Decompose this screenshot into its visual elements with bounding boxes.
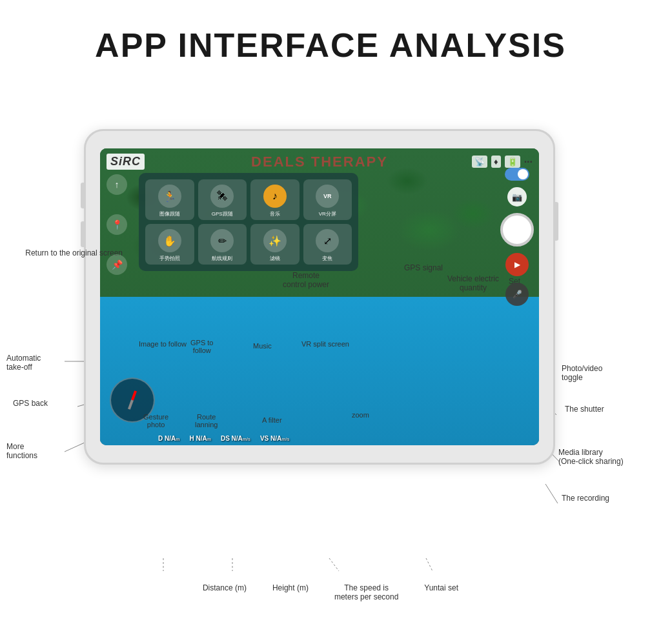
popup-menu: 🏃 图像跟随 🛰 GPS跟随 ♪ 音乐 VR [139,173,358,271]
music-label: 音乐 [270,210,280,217]
photo-video-toggle[interactable] [505,168,529,181]
music-icon: ♪ [263,185,287,208]
left-controls: ↑ 📍 📌 [107,174,127,275]
vr-btn[interactable]: VR VR分屏 [303,179,352,220]
main-content: SiRC DEALS THERAPY 📡 ♦ 🔋 ··· ↑ 📍 📌 [0,84,661,613]
filter-btn[interactable]: ✨ 滤镜 [250,224,300,265]
tablet-topbar: SiRC DEALS THERAPY 📡 ♦ 🔋 ··· [107,154,533,170]
annotation-yuntai: Yuntai set [424,583,458,601]
gesture-photo-btn[interactable]: ✋ 手势拍照 [145,224,194,265]
camera-switch-btn[interactable]: 📷 [507,187,527,206]
annotation-height: Height (m) [272,583,309,601]
zoom-icon: ⤢ [316,229,339,252]
filter-label: 滤镜 [270,255,280,262]
signal-icon: 📡 [472,156,487,168]
annotation-route: Routelanning [195,413,218,428]
annotation-filter: A filter [262,416,282,424]
popup-grid: 🏃 图像跟随 🛰 GPS跟随 ♪ 音乐 VR [145,179,352,265]
annotation-media-library: Media library(One-click sharing) [558,448,624,466]
svg-line-11 [545,484,558,503]
media-library-button[interactable]: ▶ [505,253,529,276]
annotation-vr: VR split screen [301,340,349,348]
tablet-side-button [81,183,85,208]
annotation-gesture: Gesturephoto [143,413,168,428]
annotation-gps-signal: GPS signal [404,263,443,272]
compass-inner [123,390,142,410]
battery-icon: 🔋 [505,156,520,168]
zoom-label: 变焦 [322,255,332,262]
takeoff-button[interactable]: ↑ [107,174,127,195]
annotation-zoom: zoom [352,411,369,419]
music-btn[interactable]: ♪ 音乐 [250,179,300,220]
svg-line-14 [329,558,339,571]
zoom-btn[interactable]: ⤢ 变焦 [303,224,352,265]
annotation-gps-follow: GPS tofollow [190,339,213,354]
gps-follow-icon: 🛰 [210,185,234,208]
vr-icon: VR [316,185,339,208]
page-wrapper: APP INTERFACE ANALYSIS [0,0,661,613]
distance-value: D N/Am [158,435,179,442]
annotation-photo-video: Photo/videotoggle [562,364,602,382]
topbar-icons: 📡 ♦ 🔋 ··· [472,156,533,168]
annotation-more-functions: Morefunctions [6,442,37,460]
right-controls: 📷 ▶ 🎤 [500,168,534,306]
gps-follow-btn[interactable]: 🛰 GPS跟随 [198,179,247,220]
ds-value: DS N/Am/s [221,435,250,442]
sirc-logo: SiRC [107,154,145,170]
bottom-annotations: Distance (m) Height (m) The speed ismete… [0,583,661,601]
recording-button[interactable]: 🎤 [505,283,529,306]
annotation-remote-power: Remotecontrol power [283,271,329,289]
route-btn[interactable]: ✏ 航线规则 [198,224,247,265]
watermark: DEALS THERAPY [251,154,388,170]
gesture-icon: ✋ [158,229,181,252]
gem-icon: ♦ [491,156,501,168]
filter-icon: ✨ [263,229,287,252]
image-follow-label: 图像跟随 [159,210,180,217]
annotation-distance: Distance (m) [203,583,247,601]
annotation-image-follow: Image to follow [139,340,187,348]
image-follow-btn[interactable]: 🏃 图像跟随 [145,179,194,220]
gps-back-button[interactable]: 📍 [107,214,127,235]
gps-follow-label: GPS跟随 [212,210,233,217]
more-icon[interactable]: ··· [524,156,533,168]
annotation-music: Music [253,342,272,350]
page-title: APP INTERFACE ANALYSIS [0,0,661,84]
gesture-label: 手势拍照 [159,255,180,262]
tablet-side-button [81,221,85,247]
compass-north [131,390,137,400]
annotation-gps-back: GPS back [13,399,48,408]
annotation-recording: The recording [562,494,609,503]
vr-label: VR分屏 [319,210,336,217]
svg-line-15 [426,558,432,571]
tablet-side-button [554,202,558,241]
height-value: H N/Am [189,435,210,442]
annotation-shutter: The shutter [565,405,604,414]
shutter-button[interactable] [500,213,534,247]
annotation-vehicle-electric: Vehicle electricquantity [447,274,499,292]
compass-south [128,399,134,409]
annotation-speed: The speed ismeters per second [334,583,398,601]
vs-value: VS N/Am/s [260,435,289,442]
image-follow-icon: 🏃 [158,185,181,208]
annotation-auto-takeoff: Automatictake-off [6,354,41,372]
bottom-status: D N/Am H N/Am DS N/Am/s VS N/Am/s [158,435,481,442]
route-icon: ✏ [210,229,234,252]
more-functions-button[interactable]: 📌 [107,254,127,275]
route-label: 航线规则 [212,255,232,262]
tablet-screen: SiRC DEALS THERAPY 📡 ♦ 🔋 ··· ↑ 📍 📌 [100,148,539,445]
